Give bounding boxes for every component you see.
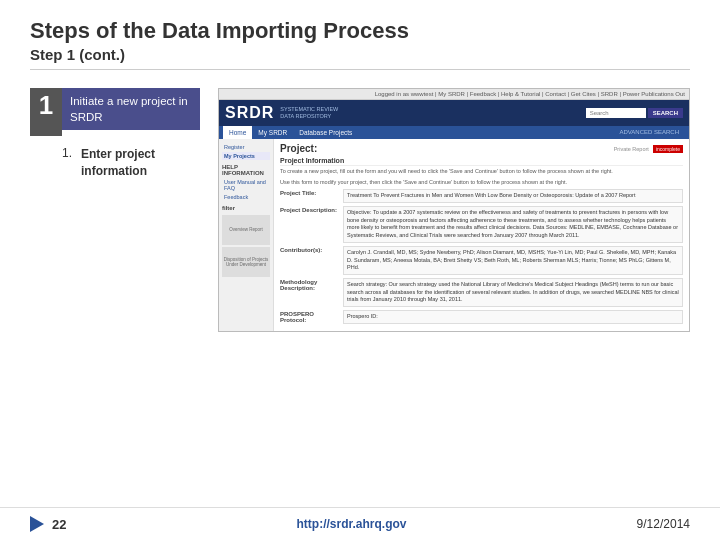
sidebar-thumbnail-2: Disposition of Projects Under Developmen… bbox=[222, 247, 270, 277]
srdr-body: Register My Projects HELP INFORMATION Us… bbox=[219, 139, 689, 331]
footer-left: 22 bbox=[30, 516, 66, 532]
step-number: 1 bbox=[30, 88, 62, 136]
field-title-row: Project Title: Treatment To Prevent Frac… bbox=[280, 189, 683, 203]
field-methodology-label: Methodology Description: bbox=[280, 278, 340, 307]
step-column: 1 Initiate a new project in SRDR 1. Ente… bbox=[30, 88, 200, 180]
srdr-search-button[interactable]: SEARCH bbox=[648, 108, 683, 118]
sidebar-myprojects[interactable]: My Projects bbox=[222, 152, 270, 160]
field-description-row: Project Description: Objective: To updat… bbox=[280, 206, 683, 243]
srdr-main-title: Project: bbox=[280, 143, 317, 154]
srdr-main-header: Project: Private Report incomplete bbox=[280, 143, 683, 154]
srdr-logo-subtitle: SYSTEMATIC REVIEW DATA REPOSITORY bbox=[280, 106, 579, 120]
srdr-logo: SRDR bbox=[225, 104, 274, 122]
srdr-instructions: To create a new project, fill out the fo… bbox=[280, 168, 683, 176]
field-contributors-label: Contributor(s): bbox=[280, 246, 340, 275]
srdr-sidebar: Register My Projects HELP INFORMATION Us… bbox=[219, 139, 274, 331]
field-prospero-row: PROSPERO Protocol: Prospero ID: bbox=[280, 310, 683, 324]
nav-home[interactable]: Home bbox=[223, 126, 252, 139]
page-subtitle: Step 1 (cont.) bbox=[30, 46, 690, 63]
srdr-mockup: Logged in as wwwtest | My SRDR | Feedbac… bbox=[219, 89, 689, 331]
initiate-box: Initiate a new project in SRDR bbox=[62, 88, 200, 130]
sidebar-help-section: HELP INFORMATION bbox=[222, 164, 270, 176]
field-title-value: Treatment To Prevent Fractures in Men an… bbox=[343, 189, 683, 203]
sub-step-number: 1. bbox=[62, 146, 76, 160]
page-footer: 22 http://srdr.ahrq.gov 9/12/2014 bbox=[0, 507, 720, 540]
page-wrapper: Steps of the Data Importing Process Step… bbox=[0, 0, 720, 540]
sidebar-filter-label: filter bbox=[222, 205, 270, 211]
field-description-value: Objective: To update a 2007 systematic r… bbox=[343, 206, 683, 243]
sidebar-thumbnail: Overview Report bbox=[222, 215, 270, 245]
field-title-label: Project Title: bbox=[280, 189, 340, 203]
field-contributors-value: Carolyn J. Crandall, MD, MS; Sydne Newbe… bbox=[343, 246, 683, 275]
sub-step-1: 1. Enter project information bbox=[62, 146, 200, 180]
nav-database[interactable]: Database Projects bbox=[293, 126, 358, 139]
header-divider bbox=[30, 69, 690, 70]
nav-mysrdr[interactable]: My SRDR bbox=[252, 126, 293, 139]
srdr-instructions-2: Use this form to modify your project, th… bbox=[280, 179, 683, 187]
field-prospero-label: PROSPERO Protocol: bbox=[280, 310, 340, 324]
play-icon bbox=[30, 516, 44, 532]
page-number: 22 bbox=[52, 517, 66, 532]
srdr-search-input[interactable] bbox=[586, 108, 646, 118]
private-report-label: Private Report bbox=[614, 146, 649, 152]
field-methodology-value: Search strategy: Our search strategy use… bbox=[343, 278, 683, 307]
page-header: Steps of the Data Importing Process Step… bbox=[0, 0, 720, 78]
field-contributors-row: Contributor(s): Carolyn J. Crandall, MD,… bbox=[280, 246, 683, 275]
field-description-label: Project Description: bbox=[280, 206, 340, 243]
sidebar-manual[interactable]: User Manual and FAQ bbox=[222, 178, 270, 192]
left-panel: 1 Initiate a new project in SRDR 1. Ente… bbox=[30, 88, 200, 332]
main-content: 1 Initiate a new project in SRDR 1. Ente… bbox=[0, 88, 720, 332]
srdr-top-bar: Logged in as wwwtest | My SRDR | Feedbac… bbox=[219, 89, 689, 100]
nav-advanced-search[interactable]: ADVANCED SEARCH bbox=[613, 126, 685, 139]
step-details: Initiate a new project in SRDR 1. Enter … bbox=[62, 88, 200, 180]
field-prospero-value: Prospero ID: bbox=[343, 310, 683, 324]
srdr-screenshot: Logged in as wwwtest | My SRDR | Feedbac… bbox=[218, 88, 690, 332]
field-methodology-row: Methodology Description: Search strategy… bbox=[280, 278, 683, 307]
srdr-header: SRDR SYSTEMATIC REVIEW DATA REPOSITORY S… bbox=[219, 100, 689, 126]
sub-step-text: Enter project information bbox=[81, 146, 200, 180]
sidebar-register[interactable]: Register bbox=[222, 143, 270, 151]
incomplete-badge: incomplete bbox=[653, 145, 683, 153]
sidebar-feedback[interactable]: Feedback bbox=[222, 193, 270, 201]
srdr-main-area: Project: Private Report incomplete Proje… bbox=[274, 139, 689, 331]
footer-url[interactable]: http://srdr.ahrq.gov bbox=[297, 517, 407, 531]
footer-date: 9/12/2014 bbox=[637, 517, 690, 531]
page-title: Steps of the Data Importing Process bbox=[30, 18, 690, 44]
srdr-nav: Home My SRDR Database Projects ADVANCED … bbox=[219, 126, 689, 139]
srdr-section-title: Project Information bbox=[280, 157, 683, 166]
